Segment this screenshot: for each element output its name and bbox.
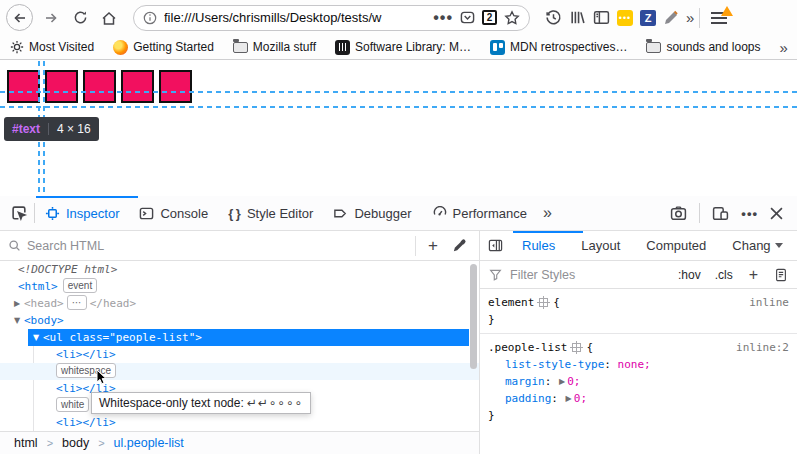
navigation-toolbar: file:///Users/chrismills/Desktop/tests/w… bbox=[0, 0, 797, 35]
sidebar-tab-layout[interactable]: Layout bbox=[568, 238, 633, 253]
toolbar-separator bbox=[699, 8, 700, 28]
back-icon[interactable] bbox=[6, 4, 33, 31]
ellipsis-badge[interactable]: ⋯ bbox=[67, 295, 87, 310]
bookmark-mozilla-stuff[interactable]: Mozilla stuff bbox=[233, 40, 316, 54]
devtools-panel: Inspector Console { } Style Editor Debug… bbox=[0, 196, 797, 454]
responsive-design-icon[interactable] bbox=[712, 205, 729, 222]
rule-source-link[interactable]: inline bbox=[749, 294, 789, 311]
highlighter-guide-horizontal bbox=[0, 91, 797, 93]
css-property[interactable]: padding: ▶0; bbox=[480, 390, 797, 407]
tab-inspector[interactable]: Inspector bbox=[35, 196, 129, 230]
pseudo-class-button[interactable]: :hov bbox=[678, 268, 701, 282]
add-node-icon[interactable]: + bbox=[428, 236, 438, 256]
tab-debugger[interactable]: Debugger bbox=[323, 196, 421, 230]
page-actions-icon[interactable]: ••• bbox=[433, 9, 453, 27]
devtools-menu-icon[interactable]: ••• bbox=[741, 206, 758, 221]
expand-arrow-icon[interactable]: ▶ bbox=[14, 295, 24, 312]
breadcrumb: html > body > ul.people-list bbox=[0, 431, 480, 454]
markup-row-li[interactable]: <li></li> bbox=[0, 414, 479, 431]
markup-toolbar-buttons: + bbox=[415, 236, 479, 256]
sidebars-icon[interactable] bbox=[593, 9, 610, 26]
class-toggle-button[interactable]: .cls bbox=[715, 268, 733, 282]
bookmark-mdn-retrospectives[interactable]: MDN retrospectives… bbox=[490, 40, 627, 55]
sidebar-tab-rules[interactable]: Rules bbox=[509, 238, 568, 253]
toolbar-overflow-icon[interactable]: » bbox=[686, 9, 692, 26]
home-icon[interactable] bbox=[98, 7, 120, 29]
history-icon[interactable] bbox=[545, 9, 562, 26]
markup-row-html[interactable]: <html>event bbox=[0, 278, 479, 295]
pocket-icon[interactable] bbox=[460, 10, 475, 25]
markup-row-ul-selected[interactable]: ▼<ul class="people-list"> bbox=[0, 329, 479, 346]
rules-view: Filter Styles :hov .cls + element{inline… bbox=[480, 261, 797, 454]
css-property[interactable]: list-style-type: none; bbox=[480, 356, 797, 373]
breadcrumb-body[interactable]: body bbox=[62, 436, 89, 450]
scrollbar-thumb[interactable] bbox=[470, 264, 477, 369]
bookmark-sounds-and-loops[interactable]: sounds and loops bbox=[646, 40, 760, 54]
tab-console[interactable]: Console bbox=[129, 196, 218, 230]
sidebar-tab-computed[interactable]: Computed bbox=[633, 238, 719, 253]
menu-icon[interactable] bbox=[711, 12, 727, 24]
stylesheet-doc-icon[interactable] bbox=[774, 268, 788, 282]
highlighter-guide-horizontal bbox=[0, 106, 797, 108]
bookmark-getting-started[interactable]: Getting Started bbox=[113, 40, 214, 55]
tab-performance[interactable]: Performance bbox=[422, 196, 537, 230]
firefox-window: file:///Users/chrismills/Desktop/tests/w… bbox=[0, 0, 797, 454]
zotero-icon[interactable]: Z bbox=[640, 10, 656, 26]
brace: { bbox=[553, 296, 560, 309]
tab-style-editor[interactable]: { } Style Editor bbox=[218, 196, 323, 230]
markup-row-body[interactable]: ▼<body> bbox=[0, 312, 479, 329]
breadcrumb-html[interactable]: html bbox=[14, 436, 38, 450]
yellow-extension-icon[interactable]: ••• bbox=[617, 10, 633, 26]
collapse-arrow-icon[interactable]: ▼ bbox=[33, 329, 43, 346]
css-property[interactable]: margin: ▶0; bbox=[480, 373, 797, 390]
breadcrumb-separator-icon: > bbox=[98, 437, 104, 449]
list-item-box bbox=[83, 70, 116, 103]
add-rule-icon[interactable]: + bbox=[749, 266, 758, 284]
reload-icon[interactable] bbox=[69, 7, 91, 29]
search-input[interactable]: Search HTML bbox=[27, 239, 415, 253]
semicolon: ; bbox=[574, 375, 581, 388]
expand-arrow-icon[interactable]: ▶ bbox=[559, 373, 565, 390]
extension-2-icon[interactable]: 2 bbox=[482, 10, 497, 25]
chevron-down-icon[interactable] bbox=[775, 243, 783, 248]
markup-view: <!DOCTYPE html> <html>event ▶<head>⋯</he… bbox=[0, 261, 480, 454]
sidebar-tab-changes[interactable]: Chang bbox=[719, 238, 772, 253]
url-bar[interactable]: file:///Users/chrismills/Desktop/tests/w… bbox=[133, 5, 530, 31]
close-icon[interactable] bbox=[770, 207, 783, 220]
expand-arrow-icon[interactable]: ▶ bbox=[566, 390, 572, 407]
breadcrumb-ul-people-list[interactable]: ul.people-list bbox=[114, 436, 184, 450]
rule-element-open[interactable]: element{inline bbox=[480, 294, 797, 311]
browser-chrome: file:///Users/chrismills/Desktop/tests/w… bbox=[0, 0, 797, 60]
firefox-icon bbox=[113, 40, 128, 55]
markup-row-doctype[interactable]: <!DOCTYPE html> bbox=[0, 261, 479, 278]
node-infobar-tagname: #text bbox=[12, 122, 40, 136]
bookmark-software-library[interactable]: Software Library: M… bbox=[335, 40, 471, 55]
page-info-icon[interactable] bbox=[143, 11, 157, 25]
collapse-arrow-icon[interactable]: ▼ bbox=[14, 312, 24, 329]
event-badge[interactable]: event bbox=[63, 278, 97, 293]
bookmarks-overflow-icon[interactable]: » bbox=[779, 39, 785, 56]
markup-row-li[interactable]: <li></li> bbox=[0, 346, 479, 363]
library-icon[interactable] bbox=[569, 9, 586, 26]
highlight-selector-icon[interactable] bbox=[539, 298, 548, 307]
split-sidebar-icon[interactable] bbox=[488, 238, 503, 253]
filter-styles-input[interactable]: Filter Styles bbox=[510, 268, 664, 282]
markup-row-head[interactable]: ▶<head>⋯</head> bbox=[0, 295, 479, 312]
highlight-selector-icon[interactable] bbox=[572, 343, 581, 352]
screenshot-icon[interactable] bbox=[670, 205, 687, 222]
eyedropper-icon[interactable] bbox=[452, 238, 467, 253]
colon: : bbox=[545, 375, 558, 388]
more-tabs-icon[interactable]: » bbox=[543, 204, 550, 222]
rule-source-link[interactable]: inline:2 bbox=[736, 339, 789, 356]
bookmark-star-icon[interactable] bbox=[504, 10, 520, 26]
forward-icon[interactable] bbox=[40, 7, 62, 29]
property-name: padding bbox=[505, 392, 551, 405]
rule-people-list-open[interactable]: .people-list{inline:2 bbox=[480, 339, 797, 356]
bookmark-most-visited[interactable]: Most Visited bbox=[10, 40, 94, 54]
url-text[interactable]: file:///Users/chrismills/Desktop/tests/w bbox=[164, 10, 426, 25]
node-picker-icon[interactable] bbox=[4, 205, 34, 222]
pen-extension-icon[interactable] bbox=[663, 10, 679, 26]
html-tag: <html> bbox=[18, 280, 58, 293]
whitespace-badge[interactable]: white bbox=[56, 397, 89, 412]
markup-row-whitespace[interactable]: whitespace bbox=[0, 363, 479, 380]
